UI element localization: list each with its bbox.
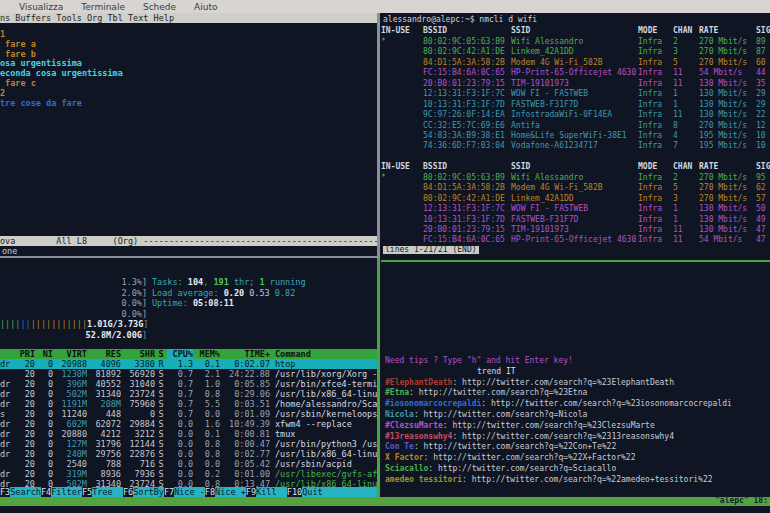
wifi-row: 10:13:31:F3:1F:7DFASTWEB-F31F7DInfra1130… <box>381 100 770 109</box>
process-row[interactable]: 2002540788716S0.00.00:05.42/usr/sbin/acp… <box>0 459 377 469</box>
fkey-f10[interactable]: F10 <box>287 487 302 497</box>
menu-item-visualizza[interactable]: Visualizza <box>10 2 72 12</box>
fkey-f8[interactable]: F8 <box>205 487 215 497</box>
fkey-label-kill[interactable]: Kill <box>256 487 287 497</box>
process-row[interactable]: dr200502M3134023724S0.70.80:29.06/usr/li… <box>0 389 377 399</box>
wifi-row: 9C:97:26:0F:14:EAInfostradaWiFi-0F14EAIn… <box>381 110 770 119</box>
menu-item-schede[interactable]: Schede <box>134 2 185 12</box>
emacs-menubar[interactable]: ns Buffers Tools Org Tbl Text Help <box>0 13 377 23</box>
cpu-meter: 0.0%] <box>0 298 147 308</box>
process-row[interactable]: s200112404480S0.70.00:01.09/usr/sbin/ker… <box>0 409 377 419</box>
pager-status: lines 1-21/21 (END) <box>383 246 479 254</box>
wifi-row: 20:B0:01:23:79:15TIM-19101973Infra11130 … <box>381 225 770 234</box>
load-average-line: Load average: 0.20 0.53 0.82 <box>152 288 295 298</box>
wifi-row: FC:15:B4:6A:0C:65HP-Print-65-Officejet 4… <box>381 68 770 77</box>
wifi-row: 74:36:6D:F7:03:04Vodafone-A61234717Infra… <box>381 141 770 150</box>
trend-item: #ClezsuMarte: http://twitter.com/search?… <box>385 421 655 430</box>
wifi-row: CC:32:E5:7C:69:E6AntifaInfra8270 Mbit/s1… <box>381 121 770 130</box>
process-row[interactable]: dr2002098840963380R1.30.10:02.07htop <box>0 359 377 369</box>
trend-item: Sciacallo: http://twitter.com/search?q=S… <box>385 464 616 473</box>
fkey-label-sortby[interactable]: SortBy <box>133 487 164 497</box>
process-row[interactable]: dr200240M2975622876S0.00.80:02.77/usr/li… <box>0 449 377 459</box>
terminal-window: VisualizzaTerminaleSchedeAiuto ns Buffer… <box>0 0 770 513</box>
process-row[interactable]: dr200602M6207229884S0.01.610:49.39xfwm4 … <box>0 419 377 429</box>
fkey-f6[interactable]: F6 <box>123 487 133 497</box>
org-line: osa urgentissima <box>0 59 82 68</box>
wifi-row: 84:D1:5A:3A:58:2BModem 4G Wi-Fi_582BInfr… <box>381 58 770 67</box>
trend-item: #Etna: http://twitter.com/search?q=%23Et… <box>385 388 587 397</box>
pane-twitter-trends[interactable]: Need tips ? Type "h" and hit Enter key! … <box>381 263 770 497</box>
tasks-line: Tasks: 104, 191 thr; 1 running <box>152 277 306 287</box>
fkey-label-search[interactable]: Search <box>10 487 41 497</box>
twitter-trend-title: trend IT <box>477 367 516 376</box>
process-table-header: PRINIVIRTRESSHRSCPU%MEM%TIME+Command <box>0 349 377 359</box>
uptime-line: Uptime: 05:08:11 <box>152 298 234 308</box>
fkey-f7[interactable]: F7 <box>164 487 174 497</box>
org-line: econda cosa urgentissima <box>0 69 123 78</box>
process-row[interactable]: dr200319M89367936S0.00.20:01.00/usr/libe… <box>0 469 377 479</box>
wifi-row: 10:13:31:F3:1F:7DFASTWEB-F31F7DInfra1130… <box>381 215 770 224</box>
fkey-label-filter[interactable]: Filter <box>51 487 82 497</box>
htop-function-bar: F3SearchF4FilterF5Tree F6SortByF7Nice -F… <box>0 487 377 497</box>
fkey-f4[interactable]: F4 <box>41 487 51 497</box>
org-line: 1 <box>0 30 5 39</box>
process-row[interactable]: dr2001191M208M75960S0.75.50:03.51/home/a… <box>0 399 377 409</box>
fkey-f5[interactable]: F5 <box>82 487 92 497</box>
process-row[interactable]: dr200127M3179612144S0.00.80:00.47/usr/bi… <box>0 439 377 449</box>
org-line: tre cose da fare <box>0 99 82 108</box>
wifi-row: 80:02:9C:42:A1:DELinkem_42A1DDInfra3270 … <box>381 194 770 203</box>
cpu-meter: 0.0%] <box>0 309 147 319</box>
pane-htop[interactable]: 1.3%]2.0%]0.0%]0.0%]|||||||||||||||||1.0… <box>0 261 377 497</box>
tmux-session-name: "alepc" 18: <box>715 497 768 506</box>
tmux-status-bar: "alepc" 18: <box>0 497 770 506</box>
emacs-echo-area: one <box>2 247 17 256</box>
wifi-row: *80:02:9C:05:63:B9Wifi AlessandroInfra22… <box>381 173 770 182</box>
wifi-table-header: IN-USEBSSIDSSIDMODECHANRATESIG <box>381 26 770 35</box>
wifi-table-header: IN-USEBSSIDSSIDMODECHANRATESIG <box>381 162 770 171</box>
swap-meter: 52.8M/2.00G] <box>0 330 147 340</box>
process-row[interactable]: dr2002088042123212S0.00.10:00.81tmux <box>0 429 377 439</box>
fkey-label-quit[interactable]: Quit <box>302 487 333 497</box>
cpu-meter: 1.3%] <box>0 277 147 287</box>
menu-item-terminale[interactable]: Terminale <box>72 2 134 12</box>
wifi-row: FC:15:B4:6A:0C:65HP-Print-65-Officejet 4… <box>381 235 770 244</box>
trend-item: #13reasonswhy4: http://twitter.com/searc… <box>385 432 674 441</box>
wifi-row: 20:B0:01:23:79:15TIM-19101973Infra11130 … <box>381 79 770 88</box>
wifi-row: *80:02:9C:05:63:B9Wifi AlessandroInfra22… <box>381 37 770 46</box>
trend-item: #ElephantDeath: http://twitter.com/searc… <box>385 378 674 387</box>
org-line: fare b <box>0 50 36 59</box>
fkey-label-nice +[interactable]: Nice + <box>215 487 246 497</box>
wifi-row: 54:83:3A:B9:38:E1Home&Life SuperWiFi-38E… <box>381 131 770 140</box>
process-row[interactable]: dr200396M4055231040S0.71.00:05.85/usr/bi… <box>0 379 377 389</box>
fkey-f3[interactable]: F3 <box>0 487 10 497</box>
org-line: fare a <box>0 40 36 49</box>
wifi-row: 84:D1:5A:3A:58:2BModem 4G Wi-Fi_582BInfr… <box>381 183 770 192</box>
menu-item-aiuto[interactable]: Aiuto <box>185 2 226 12</box>
org-line: 2 <box>0 89 5 98</box>
pane-border-horizontal-left[interactable] <box>0 256 377 258</box>
org-line: fare c <box>0 79 36 88</box>
emacs-modeline: ova All L8 (Org) -----------------------… <box>0 236 377 246</box>
fkey-label-tree[interactable]: Tree <box>92 487 123 497</box>
wifi-row: 80:02:9C:42:A1:DELinkem_42A1DDInfra3270 … <box>381 47 770 56</box>
trend-item: #iosonomarcocrepaldi: http://twitter.com… <box>385 399 732 408</box>
pane-border-vertical-bottom[interactable] <box>377 259 380 497</box>
wifi-row: 12:13:31:F3:1F:7CWOW FI - FASTWEBInfra11… <box>381 204 770 213</box>
shell-prompt: alessandro@alepc:~$ nmcli d wifi <box>383 16 537 24</box>
twitter-tips-line: Need tips ? Type "h" and hit Enter key! <box>385 356 573 365</box>
process-row[interactable]: 2001230M8189256920S0.72.124:22.88/usr/li… <box>0 369 377 379</box>
pane-nmcli-wifi[interactable]: alessandro@alepc:~$ nmcli d wifi IN-USEB… <box>381 13 770 260</box>
trend-item: Nicola: http://twitter.com/search?q=Nico… <box>385 410 587 419</box>
wifi-row: 12:13:31:F3:1F:7CWOW FI - FASTWEBInfra11… <box>381 89 770 98</box>
memory-meter: |||||||||||||||||1.01G/3.73G] <box>0 319 147 329</box>
fkey-label-nice -[interactable]: Nice - <box>174 487 205 497</box>
trend-item: X Factor: http://twitter.com/search?q=%2… <box>385 453 635 462</box>
pane-emacs-org[interactable]: ns Buffers Tools Org Tbl Text Help 1 far… <box>0 13 377 257</box>
terminal-menubar: VisualizzaTerminaleSchedeAiuto <box>0 0 770 13</box>
pane-border-horizontal-right[interactable] <box>381 260 770 262</box>
cpu-meter: 2.0%] <box>0 288 147 298</box>
trend-item: Con Te: http://twitter.com/search?q=%22C… <box>385 442 616 451</box>
fkey-f9[interactable]: F9 <box>246 487 256 497</box>
pane-border-vertical-top[interactable] <box>377 13 380 259</box>
trend-item: amedeo tessitori: http://twitter.com/sea… <box>385 475 713 484</box>
